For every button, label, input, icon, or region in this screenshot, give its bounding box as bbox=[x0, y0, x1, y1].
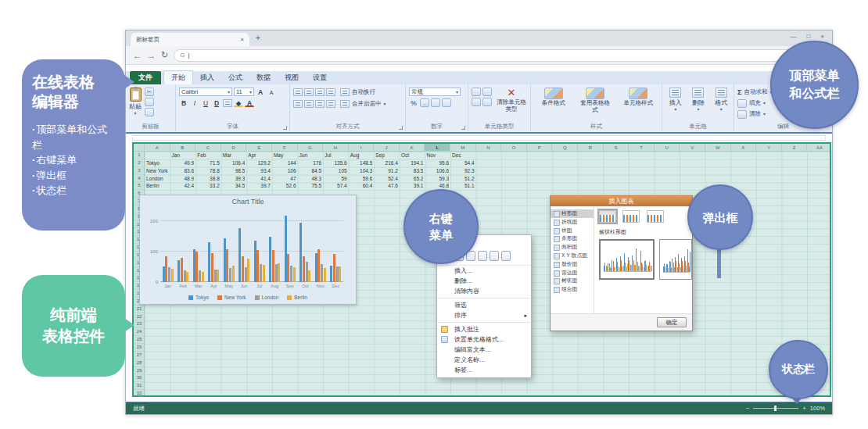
sheet-cell[interactable]: 104.3 bbox=[350, 167, 373, 175]
row-number-22[interactable]: 22 bbox=[134, 313, 145, 321]
bold-button[interactable]: B bbox=[179, 98, 188, 107]
align-middle-icon[interactable] bbox=[304, 88, 314, 96]
reload-icon[interactable]: ↻ bbox=[161, 50, 168, 60]
column-header-V[interactable]: V bbox=[680, 144, 705, 152]
orientation-icon[interactable] bbox=[326, 88, 335, 96]
sheet-cell[interactable]: 59 bbox=[324, 175, 347, 183]
clear-button[interactable]: 清除▾ bbox=[737, 109, 772, 119]
column-header-Y[interactable]: Y bbox=[756, 144, 782, 152]
column-header-N[interactable]: N bbox=[476, 144, 502, 152]
column-header-E[interactable]: E bbox=[246, 144, 272, 152]
select-all-corner[interactable] bbox=[134, 144, 145, 152]
sheet-cell[interactable]: London bbox=[145, 175, 169, 183]
sheet-cell[interactable]: 78.8 bbox=[196, 167, 220, 175]
font-color-icon[interactable]: A bbox=[245, 98, 254, 107]
sheet-cell[interactable]: Oct bbox=[400, 152, 424, 159]
format-cells-button[interactable]: 格式▾ bbox=[715, 88, 727, 111]
column-header-O[interactable]: O bbox=[501, 144, 527, 152]
percent-icon[interactable]: % bbox=[409, 98, 418, 107]
grow-font-icon[interactable]: A bbox=[256, 88, 265, 96]
ribbon-tab-2[interactable]: 插入 bbox=[193, 71, 221, 84]
align-bottom-icon[interactable] bbox=[315, 88, 325, 96]
double-underline-button[interactable]: D bbox=[212, 98, 221, 107]
sheet-cell[interactable]: 83.5 bbox=[400, 167, 424, 175]
sheet-cell[interactable]: Dec bbox=[451, 152, 475, 159]
sheet-cell[interactable]: 38.8 bbox=[196, 175, 220, 183]
sheet-cell[interactable]: 39.7 bbox=[247, 182, 271, 190]
row-number-1[interactable]: 1 bbox=[134, 152, 145, 159]
wrap-text-button[interactable]: 自动换行 bbox=[340, 88, 375, 97]
chart-type-item[interactable]: 折线图 bbox=[551, 218, 594, 227]
subtype-stacked-icon[interactable] bbox=[622, 210, 640, 223]
back-icon[interactable]: ← bbox=[133, 51, 142, 60]
borders-icon[interactable] bbox=[223, 99, 232, 107]
sheet-cell[interactable]: 48.3 bbox=[299, 175, 322, 183]
ribbon-tab-3[interactable]: 公式 bbox=[221, 71, 249, 84]
insert-cells-button[interactable]: 插入▾ bbox=[669, 88, 682, 111]
row-number-29[interactable]: 29 bbox=[134, 367, 145, 375]
column-header-J[interactable]: J bbox=[374, 144, 400, 152]
celltype-button-icon[interactable] bbox=[472, 88, 481, 96]
sheet-cell[interactable]: 51.2 bbox=[451, 175, 475, 183]
column-header-I[interactable]: I bbox=[349, 144, 375, 152]
forward-icon[interactable]: → bbox=[147, 51, 156, 60]
column-header-F[interactable]: F bbox=[272, 144, 298, 152]
font-size-select[interactable]: 11▾ bbox=[234, 88, 254, 96]
row-number-25[interactable]: 25 bbox=[134, 336, 145, 344]
address-bar[interactable]: G | bbox=[174, 49, 825, 62]
sheet-cell[interactable]: 52.4 bbox=[375, 175, 398, 183]
sheet-cell[interactable]: 98.5 bbox=[222, 167, 246, 175]
comma-style-icon[interactable]: , bbox=[420, 98, 429, 107]
formula-bar[interactable] bbox=[132, 135, 826, 141]
sheet-cell[interactable]: 59.6 bbox=[350, 175, 373, 183]
context-menu-item[interactable]: 筛选 bbox=[437, 300, 531, 310]
shrink-font-icon[interactable]: A bbox=[267, 88, 276, 96]
sheet-cell[interactable]: 57.4 bbox=[324, 182, 347, 190]
column-header-L[interactable]: L bbox=[425, 144, 450, 152]
sheet-cell[interactable]: 47 bbox=[273, 175, 296, 183]
paste-button[interactable]: 粘贴 ▾ bbox=[129, 88, 142, 115]
align-right-icon[interactable] bbox=[315, 100, 325, 108]
close-tab-icon[interactable]: × bbox=[241, 36, 244, 43]
chart-type-item[interactable]: 股价图 bbox=[551, 260, 594, 269]
sheet-cell[interactable]: 105 bbox=[324, 167, 347, 175]
zoom-in-icon[interactable]: + bbox=[802, 405, 805, 412]
row-number-28[interactable]: 28 bbox=[134, 359, 145, 367]
row-number-5[interactable]: 5 bbox=[134, 182, 145, 190]
sheet-cell[interactable]: 71.5 bbox=[196, 159, 220, 167]
sheet-cell[interactable]: Sep bbox=[375, 152, 398, 159]
column-header-AA[interactable]: AA bbox=[807, 144, 830, 152]
column-header-W[interactable]: W bbox=[705, 144, 731, 152]
celltype-checkbox-icon[interactable] bbox=[482, 88, 492, 96]
sheet-cell[interactable]: Nov bbox=[425, 152, 449, 159]
column-header-G[interactable]: G bbox=[298, 144, 324, 152]
sheet-cell[interactable]: 48.9 bbox=[171, 175, 195, 183]
fill-button[interactable]: 填充▾ bbox=[737, 98, 772, 108]
sheet-cell[interactable]: Jan bbox=[171, 152, 195, 159]
conditional-format-button[interactable]: 条件格式 bbox=[538, 88, 569, 107]
row-number-24[interactable]: 24 bbox=[134, 328, 145, 336]
sheet-cell[interactable]: 65.2 bbox=[400, 175, 424, 183]
ok-button[interactable]: 确定 bbox=[657, 317, 687, 327]
sheet-cell[interactable]: Mar bbox=[222, 152, 246, 159]
sheet-cell[interactable]: Apr bbox=[247, 152, 271, 159]
context-menu-item[interactable]: 排序▸ bbox=[437, 310, 531, 320]
sheet-cell[interactable]: 176 bbox=[299, 159, 322, 167]
chart-type-item[interactable]: 饼图 bbox=[551, 227, 594, 235]
chart-type-item[interactable]: 树状图 bbox=[551, 277, 594, 285]
context-menu-item[interactable]: 标签... bbox=[437, 365, 531, 375]
paste-option-icon[interactable] bbox=[501, 251, 511, 261]
column-header-T[interactable]: T bbox=[629, 144, 655, 152]
sheet-cell[interactable]: 106.4 bbox=[222, 159, 246, 167]
paste-option-icon[interactable] bbox=[478, 251, 487, 261]
row-number-23[interactable]: 23 bbox=[134, 320, 145, 328]
sheet-cell[interactable]: Berlin bbox=[145, 182, 169, 190]
autosum-button[interactable]: Σ自动求和▾ bbox=[737, 88, 772, 97]
sheet-cell[interactable]: New York bbox=[145, 167, 169, 175]
merge-center-button[interactable]: 合并后居中▾ bbox=[340, 99, 386, 109]
sheet-cell[interactable]: 144 bbox=[273, 159, 296, 167]
sheet-cell[interactable]: 106.6 bbox=[425, 167, 449, 175]
decrease-decimal-icon[interactable] bbox=[442, 98, 451, 107]
format-as-table-button[interactable]: 套用表格格式 bbox=[579, 88, 611, 113]
fill-color-icon[interactable]: ◆ bbox=[234, 98, 243, 107]
